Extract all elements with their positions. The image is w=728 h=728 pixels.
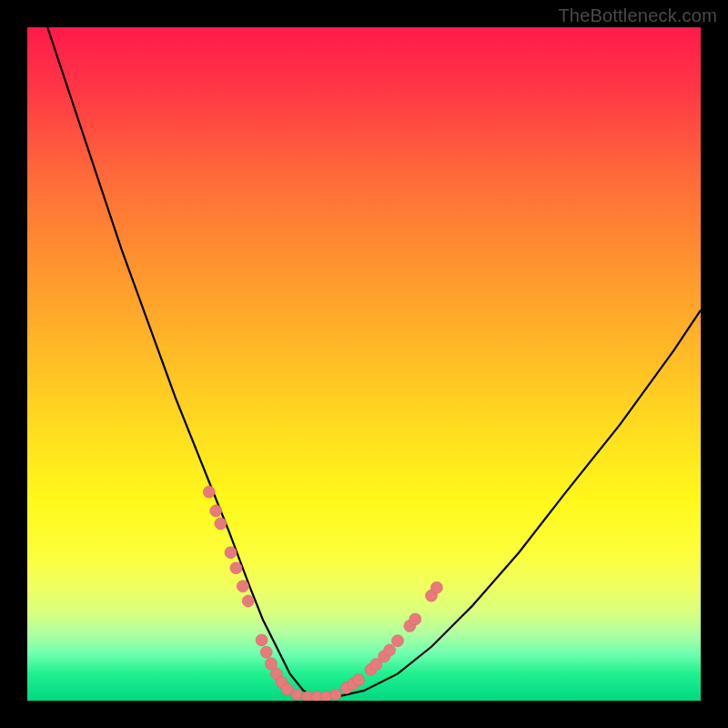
data-marker bbox=[353, 674, 365, 686]
data-marker bbox=[225, 547, 237, 559]
data-marker bbox=[384, 644, 396, 656]
data-marker bbox=[215, 518, 227, 530]
data-marker bbox=[410, 613, 421, 625]
data-marker bbox=[237, 581, 248, 592]
data-markers bbox=[203, 486, 442, 701]
data-marker bbox=[242, 595, 254, 607]
watermark-text: TheBottleneck.com bbox=[558, 5, 717, 26]
data-marker bbox=[392, 635, 404, 647]
data-marker bbox=[330, 689, 341, 700]
data-marker bbox=[203, 486, 215, 498]
data-marker bbox=[210, 505, 222, 517]
data-marker bbox=[230, 562, 242, 574]
chart-svg bbox=[27, 27, 701, 701]
data-marker bbox=[321, 692, 332, 701]
plot-area bbox=[27, 27, 701, 701]
bottleneck-curve bbox=[47, 27, 701, 697]
data-marker bbox=[256, 634, 268, 646]
data-marker bbox=[430, 581, 442, 593]
data-marker bbox=[291, 689, 302, 700]
data-marker bbox=[260, 646, 272, 658]
